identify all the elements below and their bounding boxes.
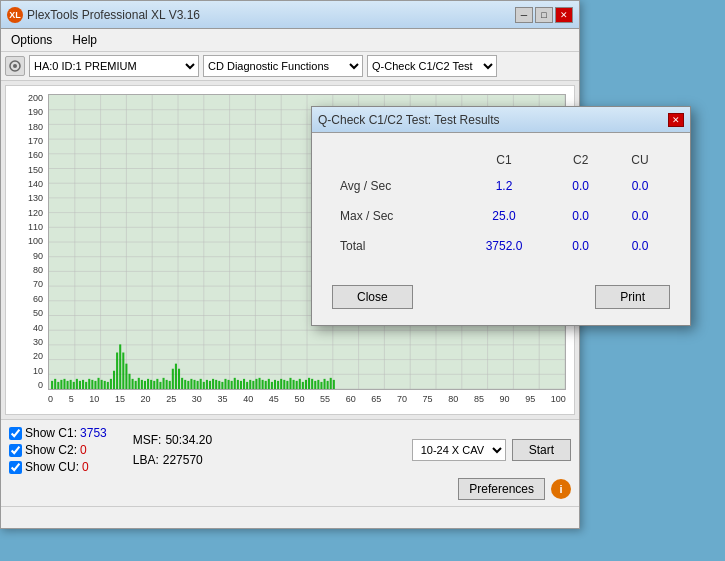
svg-rect-56 — [94, 381, 96, 389]
minimize-button[interactable]: ─ — [515, 7, 533, 23]
c2-value: 0 — [80, 443, 87, 457]
svg-rect-51 — [79, 381, 81, 389]
preferences-button[interactable]: Preferences — [458, 478, 545, 500]
table-row-max: Max / Sec 25.0 0.0 0.0 — [332, 201, 670, 231]
x-label-25: 25 — [166, 394, 176, 404]
y-label-170: 170 — [28, 137, 43, 146]
svg-rect-58 — [101, 380, 103, 389]
col-header-c2: C2 — [551, 149, 610, 171]
svg-rect-110 — [262, 380, 264, 389]
function-select[interactable]: CD Diagnostic Functions — [203, 55, 363, 77]
svg-rect-114 — [274, 380, 276, 389]
test-select[interactable]: Q-Check C1/C2 Test — [367, 55, 497, 77]
modal-title: Q-Check C1/C2 Test: Test Results — [318, 113, 500, 127]
start-button[interactable]: Start — [512, 439, 571, 461]
svg-rect-49 — [73, 382, 75, 389]
show-c2-checkbox[interactable] — [9, 444, 22, 457]
y-label-110: 110 — [28, 223, 43, 232]
modal-close-button[interactable]: ✕ — [668, 113, 684, 127]
svg-rect-82 — [175, 364, 177, 389]
svg-rect-117 — [283, 380, 285, 389]
svg-rect-60 — [107, 382, 109, 389]
svg-rect-86 — [187, 381, 189, 389]
show-c1-checkbox[interactable] — [9, 427, 22, 440]
window-title: PlexTools Professional XL V3.16 — [27, 8, 200, 22]
svg-rect-75 — [153, 381, 155, 389]
max-label: Max / Sec — [332, 201, 457, 231]
y-label-40: 40 — [33, 324, 43, 333]
y-label-160: 160 — [28, 151, 43, 160]
show-cu-checkbox[interactable] — [9, 461, 22, 474]
svg-rect-48 — [70, 380, 72, 389]
x-label-80: 80 — [448, 394, 458, 404]
svg-rect-83 — [178, 369, 180, 389]
x-label-90: 90 — [500, 394, 510, 404]
x-label-35: 35 — [217, 394, 227, 404]
device-select[interactable]: HA:0 ID:1 PREMIUM — [29, 55, 199, 77]
svg-rect-124 — [305, 380, 307, 389]
svg-rect-79 — [166, 380, 168, 389]
y-label-20: 20 — [33, 352, 43, 361]
svg-rect-93 — [209, 381, 211, 389]
svg-rect-90 — [200, 379, 202, 389]
y-label-190: 190 — [28, 108, 43, 117]
y-label-80: 80 — [33, 266, 43, 275]
svg-rect-108 — [255, 379, 257, 389]
total-c2: 0.0 — [551, 231, 610, 261]
x-label-50: 50 — [294, 394, 304, 404]
msf-label: MSF: — [133, 433, 162, 447]
x-label-45: 45 — [269, 394, 279, 404]
show-cu-label: Show CU: — [25, 460, 79, 474]
y-label-130: 130 — [28, 194, 43, 203]
x-label-20: 20 — [141, 394, 151, 404]
y-label-50: 50 — [33, 309, 43, 318]
svg-rect-121 — [296, 381, 298, 389]
modal-print-button[interactable]: Print — [595, 285, 670, 309]
svg-rect-97 — [221, 382, 223, 389]
svg-rect-89 — [197, 381, 199, 389]
x-label-75: 75 — [423, 394, 433, 404]
title-bar-left: XL PlexTools Professional XL V3.16 — [7, 7, 200, 23]
modal-buttons: Close Print — [312, 277, 690, 325]
bottom-row1: Show C1: 3753 Show C2: 0 Show CU: 0 — [9, 426, 571, 474]
svg-rect-94 — [212, 379, 214, 389]
svg-point-1 — [13, 64, 17, 68]
svg-rect-109 — [258, 378, 260, 389]
svg-rect-65 — [122, 353, 124, 389]
svg-rect-102 — [237, 380, 239, 389]
x-label-65: 65 — [371, 394, 381, 404]
x-axis: 0 5 10 15 20 25 30 35 40 45 50 55 60 65 … — [48, 392, 566, 414]
menu-options[interactable]: Options — [5, 31, 58, 49]
x-label-5: 5 — [69, 394, 74, 404]
svg-rect-45 — [60, 380, 62, 389]
svg-rect-127 — [314, 381, 316, 389]
svg-rect-99 — [228, 380, 230, 389]
svg-rect-126 — [311, 379, 313, 389]
svg-rect-113 — [271, 382, 273, 389]
y-label-150: 150 — [28, 166, 43, 175]
maximize-button[interactable]: □ — [535, 7, 553, 23]
y-label-10: 10 — [33, 367, 43, 376]
info-icon[interactable]: i — [551, 479, 571, 499]
svg-rect-107 — [252, 381, 254, 389]
max-cu: 0.0 — [610, 201, 670, 231]
menu-help[interactable]: Help — [66, 31, 103, 49]
close-button[interactable]: ✕ — [555, 7, 573, 23]
c1-value: 3753 — [80, 426, 107, 440]
svg-rect-53 — [85, 382, 87, 389]
modal-dialog: Q-Check C1/C2 Test: Test Results ✕ C1 C2… — [311, 106, 691, 326]
avg-c1: 1.2 — [457, 171, 552, 201]
speed-select[interactable]: 10-24 X CAV — [412, 439, 506, 461]
svg-rect-132 — [330, 378, 332, 389]
cu-value: 0 — [82, 460, 89, 474]
max-c2: 0.0 — [551, 201, 610, 231]
x-label-0: 0 — [48, 394, 53, 404]
modal-close-action-button[interactable]: Close — [332, 285, 413, 309]
svg-rect-96 — [218, 381, 220, 389]
svg-rect-70 — [138, 378, 140, 389]
svg-rect-91 — [203, 382, 205, 389]
x-label-40: 40 — [243, 394, 253, 404]
status-bar — [1, 506, 579, 528]
svg-rect-125 — [308, 378, 310, 389]
svg-rect-116 — [280, 379, 282, 389]
